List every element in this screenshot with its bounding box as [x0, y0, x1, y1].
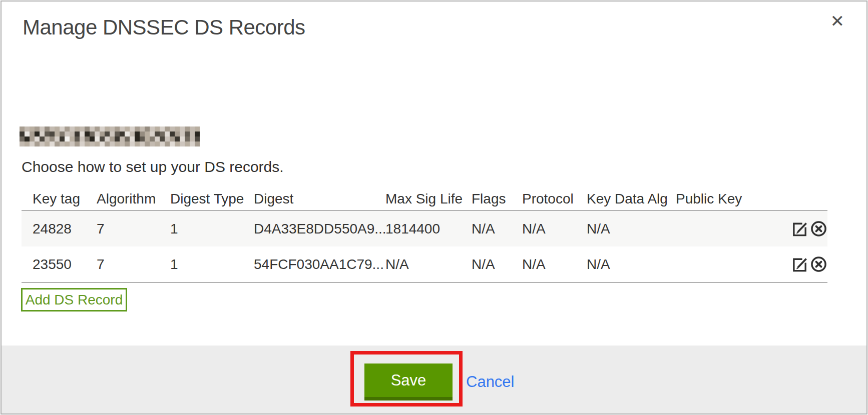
cell-max-sig-life: N/A [385, 256, 472, 272]
edit-record-icon[interactable] [791, 220, 808, 238]
col-public-key: Public Key [676, 191, 779, 207]
cell-algorithm: 7 [97, 256, 170, 272]
row-actions [779, 220, 827, 238]
cell-flags: N/A [472, 256, 522, 272]
cell-digest: 54FCF030AA1C79... [254, 256, 385, 272]
add-ds-record-button[interactable]: Add DS Record [21, 288, 127, 312]
delete-record-icon[interactable] [810, 256, 827, 273]
cell-max-sig-life: 1814400 [385, 221, 472, 237]
row-actions [779, 256, 827, 273]
cell-protocol: N/A [522, 256, 587, 272]
col-algorithm: Algorithm [97, 191, 170, 207]
save-button[interactable]: Save [364, 364, 453, 400]
cell-key-data-alg: N/A [587, 256, 676, 272]
cell-digest-type: 1 [170, 256, 254, 272]
table-header-row: Key tag Algorithm Digest Type Digest Max… [22, 188, 827, 210]
close-icon[interactable]: ✕ [830, 12, 845, 30]
edit-record-icon[interactable] [791, 256, 808, 273]
cell-key-tag: 24828 [33, 221, 97, 237]
cell-algorithm: 7 [97, 221, 170, 237]
cancel-link[interactable]: Cancel [466, 373, 515, 391]
table-body: 24828 7 1 D4A33E8DD550A9... 1814400 N/A … [22, 210, 827, 283]
cell-digest-type: 1 [170, 221, 254, 237]
cell-key-data-alg: N/A [587, 221, 676, 237]
page-title: Manage DNSSEC DS Records [23, 16, 305, 40]
col-protocol: Protocol [522, 191, 587, 207]
col-key-data-alg: Key Data Alg [587, 191, 676, 207]
table-row: 23550 7 1 54FCF030AA1C79... N/A N/A N/A … [22, 246, 827, 282]
col-digest: Digest [254, 191, 385, 207]
col-max-sig-life: Max Sig Life [385, 191, 472, 207]
col-key-tag: Key tag [33, 191, 97, 207]
cell-protocol: N/A [522, 221, 587, 237]
domain-name-redacted [20, 126, 200, 146]
cell-digest: D4A33E8DD550A9... [254, 221, 385, 237]
table-row: 24828 7 1 D4A33E8DD550A9... 1814400 N/A … [22, 211, 827, 246]
col-flags: Flags [472, 191, 522, 207]
cell-flags: N/A [472, 221, 522, 237]
delete-record-icon[interactable] [810, 220, 827, 238]
col-digest-type: Digest Type [170, 191, 254, 207]
cell-key-tag: 23550 [33, 256, 97, 272]
ds-records-table: Key tag Algorithm Digest Type Digest Max… [22, 188, 827, 283]
intro-text: Choose how to set up your DS records. [22, 158, 284, 176]
manage-dnssec-dialog: Manage DNSSEC DS Records ✕ Choose how to… [1, 0, 867, 414]
